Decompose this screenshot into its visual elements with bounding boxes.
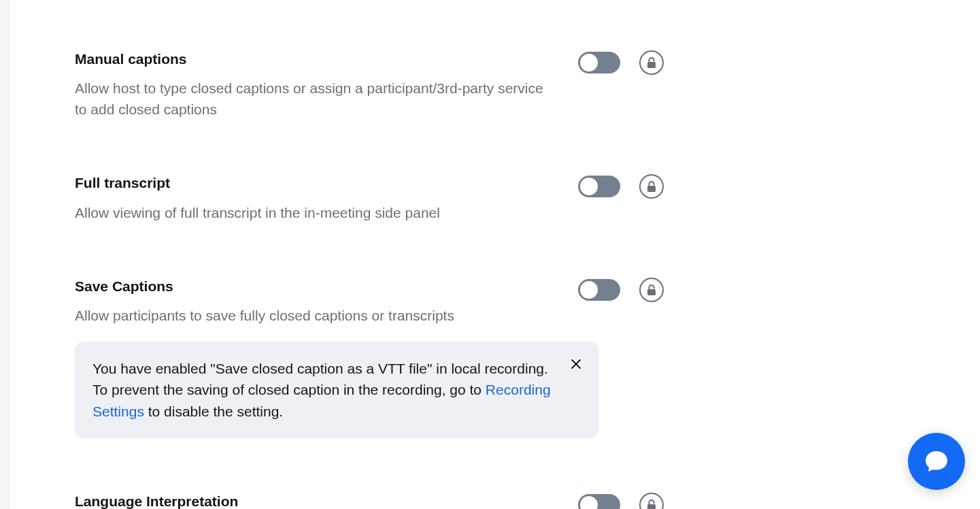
unlock-icon <box>646 499 657 509</box>
setting-save-captions: Save Captions Allow participants to save… <box>75 276 755 327</box>
setting-title: Manual captions <box>75 49 551 69</box>
toggle-knob <box>580 496 598 509</box>
svg-rect-2 <box>647 289 656 295</box>
settings-content: Manual captions Allow host to type close… <box>10 0 980 509</box>
setting-controls <box>578 276 664 302</box>
toggle-knob <box>580 54 598 71</box>
chat-icon <box>924 448 949 474</box>
setting-title: Language Interpretation <box>75 491 551 509</box>
svg-rect-5 <box>647 504 656 509</box>
info-banner-text: You have enabled "Save closed caption as… <box>92 358 558 423</box>
setting-manual-captions: Manual captions Allow host to type close… <box>75 49 755 120</box>
unlock-icon <box>646 180 657 193</box>
svg-rect-0 <box>647 62 656 68</box>
setting-text: Manual captions Allow host to type close… <box>75 49 578 120</box>
close-icon <box>571 359 581 370</box>
banner-text-before: You have enabled "Save closed caption as… <box>92 361 548 398</box>
lock-button[interactable] <box>639 493 664 509</box>
setting-title: Full transcript <box>75 173 551 193</box>
setting-text: Full transcript Allow viewing of full tr… <box>75 173 578 223</box>
setting-description: Allow viewing of full transcript in the … <box>75 203 551 223</box>
setting-description: Allow participants to save fully closed … <box>75 306 551 326</box>
sidebar-edge <box>0 0 10 509</box>
svg-rect-1 <box>647 186 656 192</box>
toggle-knob <box>580 178 598 195</box>
setting-language-interpretation: Language Interpretation <box>75 491 755 509</box>
setting-title: Save Captions <box>75 276 551 296</box>
setting-controls <box>578 173 664 199</box>
setting-description: Allow host to type closed captions or as… <box>75 78 551 120</box>
setting-text: Save Captions Allow participants to save… <box>75 276 578 327</box>
setting-full-transcript: Full transcript Allow viewing of full tr… <box>75 173 755 223</box>
toggle-save-captions[interactable] <box>578 279 620 301</box>
unlock-icon <box>646 284 657 296</box>
toggle-full-transcript[interactable] <box>578 176 620 197</box>
lock-button[interactable] <box>639 174 664 199</box>
lock-button[interactable] <box>639 50 664 75</box>
info-banner: You have enabled "Save closed caption as… <box>75 342 598 439</box>
toggle-knob <box>580 281 598 299</box>
chat-fab[interactable] <box>908 433 965 490</box>
setting-text: Language Interpretation <box>75 491 578 509</box>
banner-close-button[interactable] <box>569 357 584 372</box>
lock-button[interactable] <box>639 278 664 302</box>
banner-text-after: to disable the setting. <box>144 404 283 419</box>
setting-controls <box>578 49 664 75</box>
toggle-language-interpretation[interactable] <box>578 494 620 509</box>
toggle-manual-captions[interactable] <box>578 52 620 73</box>
setting-controls <box>578 491 664 509</box>
unlock-icon <box>646 56 657 69</box>
